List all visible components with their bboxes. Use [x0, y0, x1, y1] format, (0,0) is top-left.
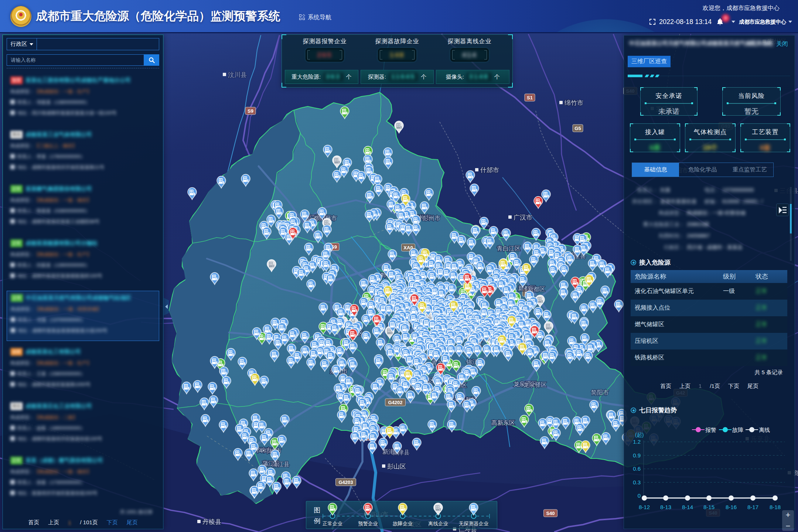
svg-text:龙泉驿区: 龙泉驿区	[523, 382, 547, 388]
svg-text:(起): (起)	[635, 432, 644, 438]
svg-text:0.6: 0.6	[633, 466, 641, 472]
svg-text:绵竹市: 绵竹市	[565, 99, 583, 106]
svg-text:G5: G5	[574, 126, 581, 131]
svg-text:青白江区: 青白江区	[497, 245, 521, 252]
svg-text:报警: 报警	[705, 427, 716, 433]
svg-text:8-12: 8-12	[639, 504, 650, 510]
svg-text:丹棱县: 丹棱县	[202, 518, 221, 525]
svg-text:简阳市: 简阳市	[591, 389, 609, 396]
svg-text:8-18: 8-18	[770, 504, 781, 510]
svg-text:故障: 故障	[732, 427, 743, 433]
svg-text:8-17: 8-17	[747, 504, 758, 510]
svg-text:1.2: 1.2	[633, 439, 641, 445]
svg-text:离线: 离线	[759, 427, 770, 433]
svg-text:蒲江县: 蒲江县	[272, 461, 290, 467]
svg-text:汶川县: 汶川县	[228, 71, 247, 78]
svg-text:8-13: 8-13	[660, 504, 671, 510]
svg-text:高新东区: 高新东区	[491, 420, 515, 426]
svg-text:0.9: 0.9	[633, 452, 641, 458]
svg-text:彭山区: 彭山区	[387, 463, 406, 470]
svg-text:什邡市: 什邡市	[480, 167, 499, 174]
svg-text:8-14: 8-14	[682, 504, 693, 510]
svg-text:8-16: 8-16	[726, 504, 737, 510]
svg-text:彭州市: 彭州市	[422, 215, 440, 221]
svg-text:S1: S1	[527, 95, 533, 100]
svg-text:S9: S9	[248, 108, 253, 114]
svg-text:G4203: G4203	[338, 480, 353, 485]
svg-text:广汉市: 广汉市	[514, 214, 532, 221]
svg-text:G4202: G4202	[388, 400, 402, 405]
svg-text:8-15: 8-15	[703, 504, 715, 510]
svg-text:0: 0	[638, 492, 641, 499]
svg-text:S40: S40	[546, 511, 555, 516]
svg-text:0.3: 0.3	[633, 479, 641, 485]
